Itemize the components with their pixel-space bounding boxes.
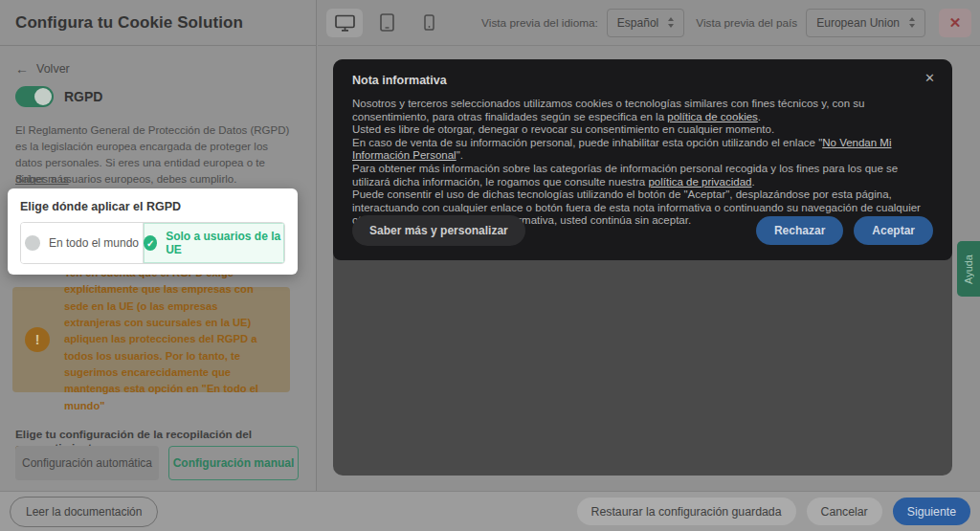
page-title: Configura tu Cookie Solution [15,13,243,33]
restore-config-button[interactable]: Restaurar la configuración guardada [577,498,796,525]
option-eu-users-label: Solo a usuarios de la UE [166,230,284,256]
device-preview-switcher [326,9,447,37]
select-updown-icon [668,17,674,28]
toggle-knob-icon [34,88,52,105]
cancel-button[interactable]: Cancelar [807,498,882,525]
apply-gdpr-card: Elige dónde aplicar el RGPD En todo el m… [8,188,298,275]
manual-config-button[interactable]: Configuración manual [168,446,299,480]
apply-gdpr-heading: Elige dónde aplicar el RGPD [20,200,285,213]
site-preview-frame: Nota informativa ✕ Nosotros y terceros s… [333,59,952,476]
language-select-value: Español [617,16,658,30]
gdpr-toggle-label: RGPD [64,89,102,104]
back-arrow-icon: ← [15,61,29,77]
cookie-banner: Nota informativa ✕ Nosotros y terceros s… [333,59,952,260]
gdpr-warning-box: ! Ten en cuenta que el RGPD exige explíc… [12,287,290,392]
option-worldwide[interactable]: En todo el mundo [21,223,144,263]
banner-close-icon[interactable]: ✕ [924,71,935,85]
country-preview-label: Vista previa del país [696,16,797,30]
country-select-value: European Union [816,16,900,30]
banner-link[interactable]: política de privacidad [648,176,751,188]
preview-area: Nota informativa ✕ Nosotros y terceros s… [318,47,980,491]
footer-bar: Leer la documentación Restaurar la confi… [0,491,980,531]
sidebar-header: Configura tu Cookie Solution [0,0,316,46]
banner-actions: Saber más y personalizar Rechazar Acepta… [352,215,933,246]
sidebar: Configura tu Cookie Solution ← Volver RG… [0,0,317,491]
help-tab[interactable]: Ayuda [957,241,980,297]
tablet-preview-button[interactable] [368,9,405,37]
phone-preview-button[interactable] [411,9,447,37]
warning-text: Ten en cuenta que el RGPD exige explícit… [64,265,278,414]
gdpr-toggle[interactable] [15,86,54,107]
accept-button[interactable]: Aceptar [854,216,933,245]
back-label: Volver [36,62,70,76]
check-icon: ✓ [144,235,157,251]
country-select[interactable]: European Union [806,9,925,37]
customize-button[interactable]: Saber más y personalizar [352,215,525,246]
next-button[interactable]: Siguiente [893,498,970,525]
preview-toolbar: Vista previa del idioma: Español Vista p… [318,0,980,46]
auto-config-button[interactable]: Configuración automática [15,446,159,480]
reject-button[interactable]: Rechazar [756,216,843,245]
language-select[interactable]: Español [607,9,684,37]
banner-link[interactable]: política de cookies [667,111,758,122]
banner-title: Nota informativa [352,74,933,87]
apply-gdpr-segmented-control: En todo el mundo ✓ Solo a usuarios de la… [20,222,285,264]
learn-more-link[interactable]: Saber más [15,173,69,185]
option-worldwide-label: En todo el mundo [49,236,139,250]
close-preview-button[interactable]: ✕ [939,9,971,37]
tablet-icon [380,13,394,32]
desktop-icon [335,14,355,32]
consent-config-buttons: Configuración automática Configuración m… [15,446,299,480]
help-tab-label: Ayuda [963,254,974,284]
read-docs-button[interactable]: Leer la documentación [10,497,158,527]
language-preview-label: Vista previa del idioma: [481,16,598,30]
option-eu-users[interactable]: ✓ Solo a usuarios de la UE [144,223,284,263]
select-updown-icon [909,17,915,28]
banner-body: Nosotros y terceros seleccionados utiliz… [352,98,933,228]
back-button[interactable]: ← Volver [15,61,70,77]
warning-exclamation-icon: ! [25,327,50,352]
phone-icon [424,14,434,31]
gdpr-toggle-row: RGPD [15,86,102,107]
radio-unselected-icon [25,235,40,251]
desktop-preview-button[interactable] [326,9,363,37]
